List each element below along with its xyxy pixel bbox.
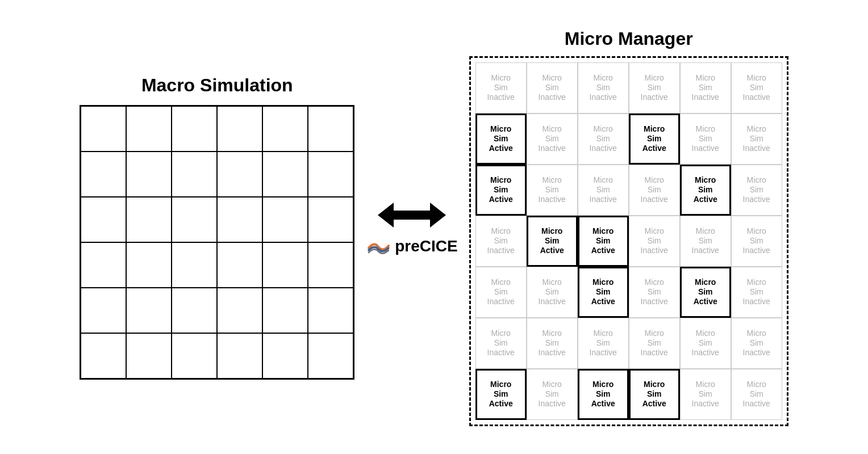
micro-cell: Micro Sim Active [680,165,731,216]
macro-cell [126,288,172,333]
micro-cell: Micro Sim Inactive [527,369,578,420]
micro-cell: Micro Sim Active [578,216,629,267]
micro-cell: Micro Sim Inactive [475,318,527,369]
macro-cell [217,106,262,152]
micro-cell: Micro Sim Inactive [731,318,782,369]
micro-cell: Micro Sim Inactive [629,165,680,216]
micro-cell: Micro Sim Inactive [680,62,731,114]
micro-cell: Micro Sim Inactive [680,318,731,369]
macro-cell [81,333,126,379]
macro-cell [308,152,353,197]
micro-cell: Micro Sim Active [578,267,629,318]
macro-cell [172,152,217,197]
macro-cell [217,242,262,288]
micro-section: Micro Manager Micro Sim InactiveMicro Si… [469,28,788,426]
micro-cell: Micro Sim Inactive [680,369,731,420]
macro-cell [126,106,172,152]
macro-cell [81,106,126,152]
micro-cell: Micro Sim Active [475,369,527,420]
micro-cell: Micro Sim Active [629,369,680,420]
macro-cell [81,288,126,333]
macro-cell [172,288,217,333]
macro-cell [262,242,308,288]
micro-cell: Micro Sim Inactive [731,62,782,114]
micro-cell: Micro Sim Inactive [475,216,527,267]
precice-logo-icon [366,237,391,257]
macro-cell [81,152,126,197]
micro-cell: Micro Sim Inactive [629,62,680,114]
svg-marker-2 [430,203,446,228]
macro-section: Macro Simulation [80,75,354,380]
micro-title: Micro Manager [565,28,693,49]
macro-cell [308,106,353,152]
macro-cell [217,288,262,333]
micro-cell: Micro Sim Inactive [629,267,680,318]
micro-cell: Micro Sim Active [578,369,629,420]
macro-cell [262,152,308,197]
macro-cell [172,106,217,152]
macro-grid [80,105,354,380]
macro-cell [262,288,308,333]
micro-manager-box: Micro Sim InactiveMicro Sim InactiveMicr… [469,56,788,426]
micro-cell: Micro Sim Inactive [475,267,527,318]
macro-cell [262,106,308,152]
macro-cell [262,333,308,379]
svg-marker-1 [378,203,394,228]
middle-section: preCICE [366,198,457,257]
precice-text: preCICE [395,237,457,255]
micro-cell: Micro Sim Inactive [527,114,578,165]
micro-cell: Micro Sim Inactive [527,267,578,318]
macro-cell [126,152,172,197]
macro-cell [308,197,353,242]
micro-cell: Micro Sim Inactive [680,216,731,267]
macro-cell [126,242,172,288]
micro-cell: Micro Sim Active [475,165,527,216]
micro-cell: Micro Sim Active [680,267,731,318]
macro-cell [172,242,217,288]
macro-cell [308,242,353,288]
micro-cell: Micro Sim Active [527,216,578,267]
macro-cell [172,197,217,242]
precice-logo: preCICE [366,237,457,257]
double-arrow-icon [378,198,446,232]
macro-cell [217,152,262,197]
micro-cell: Micro Sim Inactive [578,62,629,114]
micro-cell: Micro Sim Inactive [475,62,527,114]
macro-cell [81,197,126,242]
micro-cell: Micro Sim Inactive [731,165,782,216]
micro-cell: Micro Sim Inactive [527,165,578,216]
macro-cell [262,197,308,242]
micro-cell: Micro Sim Inactive [629,216,680,267]
micro-cell: Micro Sim Inactive [731,114,782,165]
macro-cell [308,288,353,333]
macro-cell [126,197,172,242]
macro-cell [217,197,262,242]
micro-cell: Micro Sim Active [629,114,680,165]
micro-cell: Micro Sim Inactive [578,165,629,216]
micro-cell: Micro Sim Inactive [629,318,680,369]
macro-cell [81,242,126,288]
arrow-container [378,198,446,232]
main-container: Macro Simulation [68,17,799,438]
micro-cell: Micro Sim Inactive [680,114,731,165]
micro-cell: Micro Sim Inactive [731,369,782,420]
macro-cell [172,333,217,379]
micro-cell: Micro Sim Inactive [731,216,782,267]
micro-cell: Micro Sim Inactive [731,267,782,318]
micro-grid: Micro Sim InactiveMicro Sim InactiveMicr… [475,62,782,420]
micro-cell: Micro Sim Inactive [527,318,578,369]
micro-cell: Micro Sim Inactive [578,318,629,369]
micro-cell: Micro Sim Inactive [527,62,578,114]
svg-rect-0 [389,211,435,220]
macro-cell [126,333,172,379]
macro-cell [217,333,262,379]
micro-cell: Micro Sim Active [475,114,527,165]
macro-title: Macro Simulation [141,75,293,96]
macro-cell [308,333,353,379]
micro-cell: Micro Sim Inactive [578,114,629,165]
